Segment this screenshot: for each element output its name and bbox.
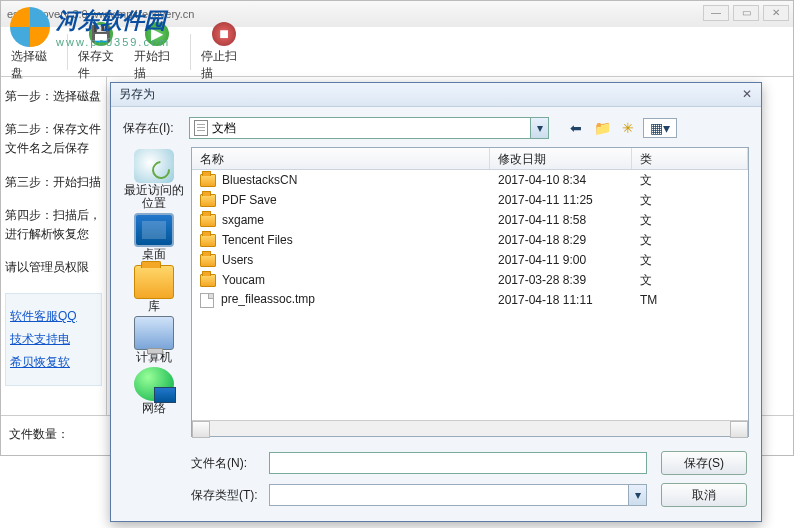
toolbar-separator — [190, 34, 191, 70]
folder-icon — [200, 274, 216, 287]
file-list[interactable]: BluestacksCN2017-04-10 8:34文PDF Save2017… — [192, 170, 748, 420]
documents-icon — [194, 120, 208, 136]
start-scan-label: 开始扫描 — [134, 48, 180, 82]
col-date[interactable]: 修改日期 — [490, 148, 632, 169]
desktop-icon — [134, 213, 174, 247]
place-recent-label: 最近访问的位置 — [123, 184, 185, 210]
file-list-area: 名称 修改日期 类 BluestacksCN2017-04-10 8:34文PD… — [191, 147, 749, 437]
maximize-button[interactable]: ▭ — [733, 5, 759, 21]
col-type[interactable]: 类 — [632, 148, 748, 169]
folder-icon — [200, 194, 216, 207]
cancel-button[interactable]: 取消 — [661, 483, 747, 507]
folder-icon — [200, 214, 216, 227]
libraries-icon — [134, 265, 174, 299]
dialog-titlebar[interactable]: 另存为 ✕ — [111, 83, 761, 107]
place-desktop-label: 桌面 — [142, 248, 166, 261]
filetype-label: 保存类型(T): — [191, 487, 269, 504]
dialog-title: 另存为 — [119, 86, 155, 103]
dialog-close-button[interactable]: ✕ — [739, 87, 755, 101]
qq-link[interactable]: 软件客服QQ — [10, 308, 97, 325]
place-network[interactable]: 网络 — [134, 367, 174, 415]
file-row[interactable]: Youcam2017-03-28 8:39文 — [192, 270, 748, 290]
computer-icon — [134, 316, 174, 350]
place-computer[interactable]: 计算机 — [134, 316, 174, 364]
filename-input[interactable] — [269, 452, 647, 474]
step-4: 第四步：扫描后， 进行解析恢复您 — [5, 206, 102, 244]
step-3: 第三步：开始扫描 — [5, 173, 102, 192]
step-2: 第二步：保存文件 文件名之后保存 — [5, 120, 102, 158]
save-as-dialog: 另存为 ✕ 保存在(I): 文档 ▾ ⬅ 📁 ✳ ▦▾ 最近访问的位置 — [110, 82, 762, 522]
place-desktop[interactable]: 桌面 — [134, 213, 174, 261]
col-name[interactable]: 名称 — [192, 148, 490, 169]
chevron-down-icon[interactable]: ▾ — [530, 118, 548, 138]
save-in-combo[interactable]: 文档 ▾ — [189, 117, 549, 139]
save-in-value: 文档 — [212, 120, 530, 137]
filename-label: 文件名(N): — [191, 455, 269, 472]
watermark-brand: 河东软件园 — [56, 6, 170, 36]
watermark: 河东软件园 www.pc0359.com — [10, 6, 170, 48]
folder-icon — [200, 174, 216, 187]
tech-support-link[interactable]: 技术支持电 — [10, 331, 97, 348]
places-bar: 最近访问的位置 桌面 库 计算机 网络 — [123, 147, 185, 437]
links-box: 软件客服QQ 技术支持电 希贝恢复软 — [5, 293, 102, 386]
place-recent[interactable]: 最近访问的位置 — [123, 149, 185, 210]
file-row[interactable]: Tencent Files2017-04-18 8:29文 — [192, 230, 748, 250]
close-button[interactable]: ✕ — [763, 5, 789, 21]
stop-scan-button[interactable]: ■ 停止扫描 — [199, 20, 249, 84]
folder-icon — [200, 254, 216, 267]
file-row[interactable]: PDF Save2017-04-11 11:25文 — [192, 190, 748, 210]
stop-icon: ■ — [212, 22, 236, 46]
views-menu-button[interactable]: ▦▾ — [643, 118, 677, 138]
network-icon — [134, 367, 174, 401]
file-row[interactable]: Users2017-04-11 9:00文 — [192, 250, 748, 270]
stop-scan-label: 停止扫描 — [201, 48, 247, 82]
save-file-label: 保存文件 — [78, 48, 124, 82]
watermark-logo-icon — [10, 7, 50, 47]
folder-icon — [200, 234, 216, 247]
place-libraries[interactable]: 库 — [134, 265, 174, 313]
steps-panel: 第一步：选择磁盘 第二步：保存文件 文件名之后保存 第三步：开始扫描 第四步：扫… — [1, 77, 107, 455]
recent-icon — [134, 149, 174, 183]
up-folder-icon[interactable]: 📁 — [591, 118, 613, 138]
file-row[interactable]: sxgame2017-04-11 8:58文 — [192, 210, 748, 230]
select-disk-label: 选择磁盘 — [11, 48, 57, 82]
step-1: 第一步：选择磁盘 — [5, 87, 102, 106]
place-network-label: 网络 — [142, 402, 166, 415]
xibei-link[interactable]: 希贝恢复软 — [10, 354, 97, 371]
minimize-button[interactable]: — — [703, 5, 729, 21]
back-icon[interactable]: ⬅ — [565, 118, 587, 138]
horizontal-scrollbar[interactable] — [192, 420, 748, 436]
new-folder-icon[interactable]: ✳ — [617, 118, 639, 138]
file-list-header: 名称 修改日期 类 — [192, 148, 748, 170]
file-count-label: 文件数量： — [9, 427, 69, 441]
chevron-down-icon[interactable]: ▾ — [628, 485, 646, 505]
watermark-url: www.pc0359.com — [56, 36, 170, 48]
save-button[interactable]: 保存(S) — [661, 451, 747, 475]
filetype-combo[interactable]: ▾ — [269, 484, 647, 506]
admin-note: 请以管理员权限 — [5, 258, 102, 277]
file-row[interactable]: pre_fileassoc.tmp2017-04-18 11:11TM — [192, 290, 748, 310]
file-row[interactable]: BluestacksCN2017-04-10 8:34文 — [192, 170, 748, 190]
save-in-label: 保存在(I): — [123, 120, 189, 137]
file-icon — [200, 293, 214, 308]
place-libraries-label: 库 — [148, 300, 160, 313]
